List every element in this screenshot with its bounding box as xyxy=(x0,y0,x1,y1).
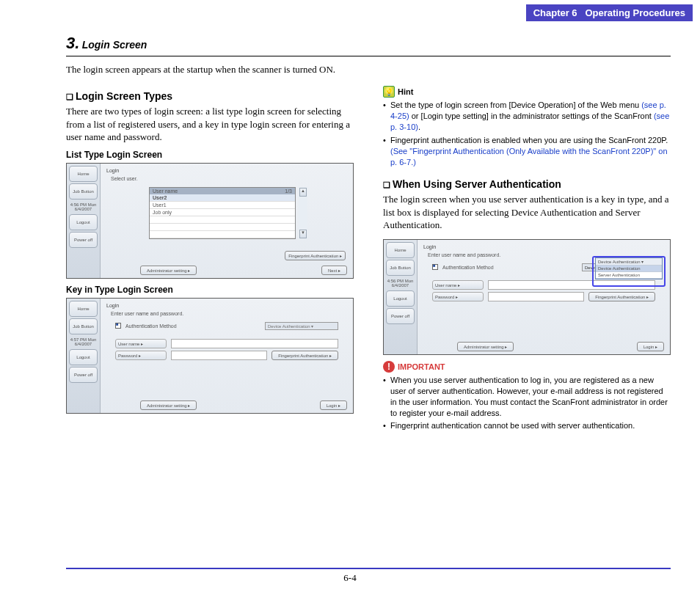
panel-title: Login xyxy=(423,244,664,249)
admin-setting-button[interactable]: Administrator setting ▸ xyxy=(140,266,197,275)
fingerprint-button[interactable]: Fingerprint Authentication ▸ xyxy=(271,351,338,360)
left-column: Login Screen Types There are two types o… xyxy=(66,86,354,433)
home-button[interactable]: Home xyxy=(386,242,415,258)
dropdown-option[interactable]: Device Authentication ▾ xyxy=(596,258,662,266)
important-item: Fingerprint authentication cannot be use… xyxy=(383,420,671,431)
ss-sidebar: Home Job Button 4:56 PM Mon 6/4/2007 Log… xyxy=(67,164,101,278)
footer-rule xyxy=(66,568,671,569)
auth-method-dropdown: Device Authentication ▾ xyxy=(265,322,338,330)
list-item[interactable] xyxy=(150,224,295,231)
dropdown-option[interactable]: Device Authentication xyxy=(596,266,662,272)
ss-sidebar: Home Job Button 4:56 PM Mon 6/4/2007 Log… xyxy=(384,240,418,354)
list-type-label: List Type Login Screen xyxy=(66,150,354,160)
power-button[interactable]: Power off xyxy=(386,308,415,324)
clock: 4:57 PM Mon 6/4/2007 xyxy=(69,336,98,348)
key-in-screenshot: Home Job Button 4:57 PM Mon 6/4/2007 Log… xyxy=(66,298,354,414)
ss-sidebar: Home Job Button 4:57 PM Mon 6/4/2007 Log… xyxy=(67,299,101,413)
key-in-label: Key in Type Login Screen xyxy=(66,285,354,295)
right-column: 💡 Hint Set the type of login screen from… xyxy=(383,86,671,433)
section-heading: 3. Login Screen xyxy=(66,34,671,56)
hint-label: Hint xyxy=(398,87,413,96)
chapter-num: Chapter 6 xyxy=(533,7,577,18)
chapter-title: Operating Procedures xyxy=(585,7,685,18)
section-title: Login Screen xyxy=(82,39,147,51)
logout-button[interactable]: Logout xyxy=(69,349,98,365)
job-button[interactable]: Job Button xyxy=(386,260,415,276)
power-button[interactable]: Power off xyxy=(69,367,98,383)
important-label: IMPORTANT xyxy=(398,362,445,371)
job-button[interactable]: Job Button xyxy=(69,183,98,200)
server-auth-body: The login screen when you use server aut… xyxy=(383,193,671,232)
power-button[interactable]: Power off xyxy=(69,232,98,248)
panel-title: Login xyxy=(106,303,347,308)
scrollbar[interactable]: ▲ ▼ xyxy=(299,187,307,239)
list-item[interactable]: User1 xyxy=(150,202,295,209)
admin-setting-button[interactable]: Administrator setting ▸ xyxy=(140,400,197,410)
logout-button[interactable]: Logout xyxy=(386,290,415,307)
auth-method-label: Authentication Method xyxy=(442,265,494,270)
login-types-body: There are two types of login screen: a l… xyxy=(66,105,354,144)
job-button[interactable]: Job Button xyxy=(69,318,98,334)
dropdown-option[interactable]: Server Authentication xyxy=(596,272,662,279)
page-indicator: 1/3 xyxy=(285,189,292,194)
list-item[interactable] xyxy=(150,216,295,224)
auth-method-listbox[interactable]: Device Authentication ▾ Device Authentic… xyxy=(595,257,663,279)
section-number: 3. xyxy=(66,34,79,52)
server-auth-screenshot: Home Job Button 4:56 PM Mon 6/4/2007 Log… xyxy=(383,239,671,355)
hint-icon: 💡 xyxy=(383,86,395,98)
col-header: User name xyxy=(153,189,178,194)
auth-checkbox[interactable] xyxy=(432,264,438,270)
list-item[interactable]: Job only xyxy=(150,209,295,216)
auth-method-label: Authentication Method xyxy=(125,323,177,329)
password-label[interactable]: Password ▸ xyxy=(432,292,484,301)
important-icon: ! xyxy=(383,361,395,373)
home-button[interactable]: Home xyxy=(69,301,98,317)
username-label[interactable]: User name ▸ xyxy=(115,339,167,348)
password-label[interactable]: Password ▸ xyxy=(115,351,167,360)
hint-list: Set the type of login screen from [Devic… xyxy=(383,100,671,168)
hint-item: Set the type of login screen from [Devic… xyxy=(383,100,671,133)
clock: 4:56 PM Mon 6/4/2007 xyxy=(386,277,415,289)
panel-title: Login xyxy=(106,168,347,173)
password-field[interactable] xyxy=(171,351,267,360)
user-list[interactable]: User name 1/3 User2 User1 Job only xyxy=(149,187,296,239)
instruction: Enter user name and password. xyxy=(111,311,347,316)
section-intro: The login screen appears at the startup … xyxy=(66,64,671,76)
logout-button[interactable]: Logout xyxy=(69,214,98,230)
link-p67[interactable]: (See "Fingerprint Authentication (Only A… xyxy=(390,147,668,167)
admin-setting-button[interactable]: Administrator setting ▸ xyxy=(457,342,514,351)
list-item[interactable]: User2 xyxy=(150,194,295,202)
server-auth-heading: When Using Server Authentication xyxy=(383,178,671,190)
hint-item: Fingerprint authentication is enabled wh… xyxy=(383,135,671,169)
login-types-heading: Login Screen Types xyxy=(66,90,354,102)
password-field[interactable] xyxy=(488,292,584,301)
next-button[interactable]: Next ▸ xyxy=(321,266,347,275)
auth-checkbox[interactable] xyxy=(115,323,121,329)
page-body: 3. Login Screen The login screen appears… xyxy=(66,34,671,433)
list-item[interactable] xyxy=(150,231,295,238)
login-button[interactable]: Login ▸ xyxy=(637,342,664,351)
page-number: 6-4 xyxy=(0,572,700,584)
important-item: When you use server authentication to lo… xyxy=(383,375,671,420)
fingerprint-button[interactable]: Fingerprint Authentication ▸ xyxy=(285,251,346,260)
chapter-header: Chapter 6 Operating Procedures xyxy=(526,4,693,21)
login-button[interactable]: Login ▸ xyxy=(320,400,347,410)
home-button[interactable]: Home xyxy=(69,166,98,182)
list-type-screenshot: Home Job Button 4:56 PM Mon 6/4/2007 Log… xyxy=(66,163,354,279)
clock: 4:56 PM Mon 6/4/2007 xyxy=(69,201,98,213)
username-field[interactable] xyxy=(171,339,338,348)
scroll-up-icon[interactable]: ▲ xyxy=(299,188,307,197)
username-label[interactable]: User name ▸ xyxy=(432,280,484,290)
important-list: When you use server authentication to lo… xyxy=(383,375,671,432)
fingerprint-button[interactable]: Fingerprint Authentication ▸ xyxy=(588,292,655,301)
scroll-down-icon[interactable]: ▼ xyxy=(299,230,307,238)
instruction: Select user. xyxy=(111,176,347,181)
